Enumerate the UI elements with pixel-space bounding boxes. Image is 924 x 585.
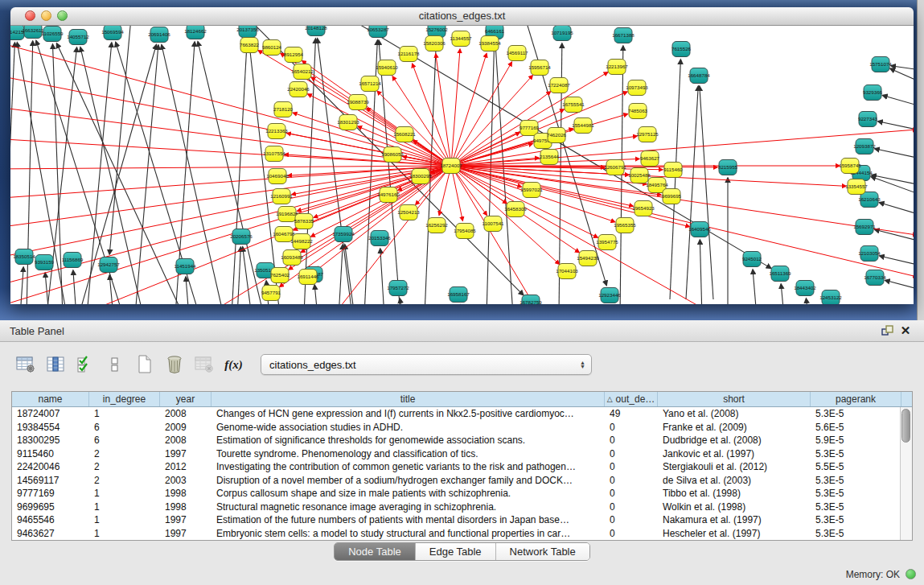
graph-edge-black[interactable]	[686, 86, 698, 299]
scrollbar-thumb[interactable]	[901, 409, 910, 443]
table-cell[interactable]: 5.5E-5	[811, 460, 901, 474]
graph-node[interactable]: 14976160	[377, 187, 400, 203]
column-header-in_degree[interactable]: in_degree	[89, 392, 160, 406]
graph-node[interactable]: 14055712	[67, 30, 89, 45]
network-graph[interactable]: 20142156 16632611 11026559 14055712 1506…	[10, 26, 914, 304]
table-cell[interactable]: 1998	[160, 487, 211, 501]
table-cell[interactable]: 6	[89, 421, 160, 435]
graph-node[interactable]: 18443402	[794, 281, 816, 296]
graph-node[interactable]: 19086053	[381, 147, 404, 163]
table-selector-dropdown[interactable]: citations_edges.txt ▲▼	[261, 354, 592, 375]
graph-edge-black[interactable]	[400, 299, 403, 304]
graph-node[interactable]: 17957272	[387, 281, 409, 296]
graph-node[interactable]: 14498222	[290, 234, 313, 249]
table-cell[interactable]: 0	[605, 513, 658, 527]
graph-node[interactable]: 20206576	[230, 229, 253, 245]
graph-node[interactable]: 19384554	[478, 36, 501, 51]
graph-node[interactable]: 15069594	[101, 26, 124, 40]
graph-node[interactable]: 17224087	[548, 78, 570, 93]
graph-edge-black[interactable]	[875, 149, 914, 159]
graph-node[interactable]: 12116178	[397, 47, 420, 62]
graph-node[interactable]: 17044103	[556, 264, 578, 279]
table-cell[interactable]: 0	[605, 501, 658, 514]
graph-node[interactable]: 7625402	[270, 268, 290, 283]
table-cell[interactable]: 1	[89, 487, 160, 501]
network-canvas[interactable]: 20142156 16632611 11026559 14055712 1506…	[10, 26, 914, 304]
graph-node[interactable]: 9227343	[858, 112, 878, 127]
graph-node[interactable]: 16540212	[291, 64, 314, 80]
graph-edge-black[interactable]	[243, 247, 252, 304]
column-header-out_de[interactable]: △out_de…	[605, 392, 658, 406]
graph-node[interactable]: 12160991	[270, 189, 293, 204]
table-cell[interactable]: 9699695	[12, 501, 89, 514]
table-cell[interactable]: Embryonic stem cells: a model to study s…	[211, 527, 605, 541]
table-cell[interactable]: Structural magnetic resonance image aver…	[211, 501, 605, 514]
graph-node[interactable]: 11451944	[174, 259, 196, 274]
table-cell[interactable]: Nakamura et al. (1997)	[658, 513, 811, 527]
table-cell[interactable]: Jankovic et al. (1997)	[658, 447, 811, 461]
column-header-pagerank[interactable]: pagerank	[811, 392, 901, 406]
table-cell[interactable]: 18300295	[12, 434, 89, 447]
graph-node[interactable]: 12213363	[265, 124, 288, 139]
graph-node[interactable]: 9393159	[35, 255, 55, 270]
table-cell[interactable]: 19384554	[12, 421, 89, 435]
graph-node[interactable]: 17359924	[332, 227, 355, 242]
graph-edge-black[interactable]	[339, 245, 343, 304]
graph-edge-red[interactable]	[436, 54, 451, 166]
graph-node[interactable]: 20137356	[236, 26, 259, 38]
graph-node[interactable]: 16648784	[688, 68, 710, 84]
table-cell[interactable]: 5.3E-5	[811, 474, 901, 488]
graph-edge-red[interactable]	[451, 166, 914, 277]
graph-node[interactable]: 11344557	[450, 31, 472, 47]
table-cell[interactable]: Yano et al. (2008)	[658, 407, 811, 421]
table-cell[interactable]: Investigating the contribution of common…	[211, 460, 605, 474]
graph-edge-red[interactable]	[451, 166, 559, 264]
zoom-window-icon[interactable]	[57, 10, 68, 21]
table-cell[interactable]: Genome-wide association studies in ADHD.	[211, 421, 605, 435]
graph-edge-black[interactable]	[379, 40, 400, 304]
graph-node[interactable]: 15997021	[520, 183, 543, 198]
graph-node[interactable]: 9115460	[663, 163, 683, 178]
table-row[interactable]: 977716911998Corpus callosum shape and si…	[12, 487, 912, 501]
table-cell[interactable]: 0	[605, 527, 658, 541]
graph-node[interactable]: 5878335	[294, 214, 314, 229]
table-cell[interactable]: 5.3E-5	[811, 487, 901, 501]
select-all-icon[interactable]	[72, 352, 97, 377]
graph-node[interactable]: 11007541	[482, 216, 504, 232]
graph-node[interactable]: 9699695	[662, 189, 682, 204]
graph-node[interactable]: 12942757	[97, 257, 120, 273]
table-cell[interactable]: Stergiakouli et al. (2012)	[658, 460, 811, 474]
graph-edge-black[interactable]	[135, 45, 158, 304]
graph-node[interactable]: 12453122	[819, 290, 842, 305]
table-cell[interactable]: 5.3E-5	[811, 447, 901, 461]
table-cell[interactable]: 1	[89, 407, 160, 421]
graph-node[interactable]: 9463627	[640, 151, 660, 167]
graph-node[interactable]: 7615526	[671, 42, 692, 57]
table-cell[interactable]: Disruption of a novel member of a sodium…	[211, 474, 605, 488]
graph-edge-black[interactable]	[753, 270, 757, 304]
table-cell[interactable]: 9463627	[12, 527, 89, 541]
create-column-icon[interactable]	[132, 352, 157, 377]
graph-node[interactable]: 8912954	[284, 47, 304, 63]
graph-edge-red[interactable]	[451, 49, 460, 166]
table-cell[interactable]: 2	[89, 474, 160, 488]
table-cell[interactable]: 2003	[160, 474, 211, 488]
table-cell[interactable]: 2008	[160, 434, 211, 447]
table-cell[interactable]: Wolkin et al. (1998)	[658, 501, 811, 514]
graph-edge-black[interactable]	[883, 96, 914, 106]
table-cell[interactable]: 1997	[160, 447, 211, 461]
graph-node[interactable]: 18724007	[440, 159, 462, 174]
table-cell[interactable]: 18724007	[12, 407, 89, 421]
graph-edge-black[interactable]	[878, 122, 914, 130]
graph-edge-black[interactable]	[806, 299, 808, 304]
graph-node[interactable]: 13354557	[845, 179, 868, 195]
table-cell[interactable]: 2	[89, 460, 160, 474]
close-panel-icon[interactable]: ✕	[897, 323, 914, 339]
graph-node[interactable]: 7663822	[240, 38, 260, 53]
table-row[interactable]: 911546021997Tourette syndrome. Phenomeno…	[12, 447, 912, 461]
tab-edge-table[interactable]: Edge Table	[416, 543, 496, 560]
graph-node[interactable]: 12923446	[598, 288, 621, 303]
graph-edge-black[interactable]	[879, 203, 914, 215]
column-header-name[interactable]: name	[12, 392, 89, 406]
graph-node[interactable]: 12213967	[606, 60, 628, 75]
